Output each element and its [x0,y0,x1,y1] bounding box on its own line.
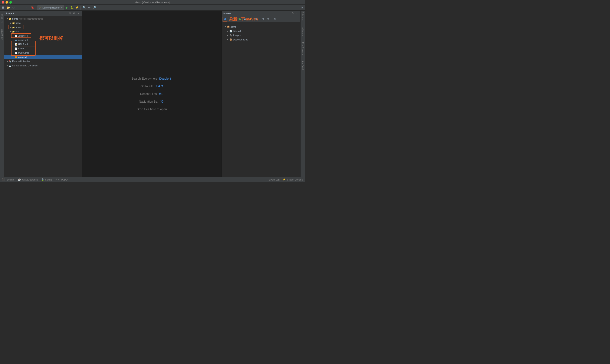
shortcut-keys: ⌘↑ [160,100,165,103]
run-config-label: DemoApplication [42,6,60,9]
spring-label: Spring [45,178,52,181]
close-button[interactable] [2,1,4,4]
dependencies-icon: 📦 [229,38,232,41]
settings-button[interactable]: ⚙ [299,5,304,10]
main-toolbar: ☰ 📂 ↺ ← → 🔖 🏃 DemoApplication ▼ ▶ 🐛 ⚡ 🔍 … [0,5,305,11]
replace-button[interactable]: ⟳ [87,5,92,10]
shortcut-nav-bar: Navigation Bar ⌘↑ [139,100,165,103]
maven-item-plugins[interactable]: ▶ 🔌 Plugins [224,33,299,38]
tree-item-gitignore[interactable]: ▶ 📄 .gitignore [4,34,82,38]
maven-item-lifecycle[interactable]: ▶ 🔄 Lifecycle [224,29,299,33]
java-enterprise-button[interactable]: ☕ Java Enterprise [18,178,38,181]
main-layout: 1: Project 2: Favorites Project ⊟ ⚙ × ▼ … [0,11,305,177]
favorites-strip-label[interactable]: 2: Favorites [1,29,3,40]
tree-item-label: .mvn [15,26,21,28]
rest-strip-label[interactable]: RestServices [302,42,304,55]
maximize-button[interactable] [9,1,12,4]
arrow-icon: ▶ [9,26,12,28]
panel-close-button[interactable]: × [77,12,80,15]
todo-label: 6: TODO [58,178,68,181]
maven-item-demo[interactable]: ▼ 📦 demo [224,25,299,29]
separator-4 [80,6,81,10]
run-config-selector[interactable]: 🏃 DemoApplication ▼ [37,5,64,10]
maven-close-button[interactable]: × [295,12,299,15]
back-button[interactable]: ← [18,5,23,10]
tree-item-scratches[interactable]: ▶ 💻 Scratches and Consoles [4,64,82,68]
database-strip-label[interactable]: Database [302,12,304,21]
jrebel-icon: ⚡ [283,178,286,181]
maven-header-actions: ⚙ × [291,12,299,15]
todo-icon: ☑ [55,178,57,181]
arrow-icon: ▶ [6,64,9,67]
shortcut-keys: ⌘E [159,92,163,96]
arrow-icon: ▶ [9,22,12,24]
minimize-button[interactable] [6,1,8,4]
title-bar: demo [~/workspace/demo/demo] [0,0,305,5]
tree-item-help-md[interactable]: ▶ 📝 HELP.md [4,42,82,46]
event-log-label: Event Log [269,178,280,181]
folder-icon: 💻 [9,64,12,67]
maven-item-label: Plugins [233,34,241,37]
maven-settings2-button[interactable]: ⚙ [272,17,277,22]
maven-settings-button[interactable]: ⚙ [291,12,294,15]
file-icon: 📄 [14,34,17,37]
shortcut-action-label: Go to File [141,85,154,88]
shortcut-keys: ⇧⌘O [155,85,163,88]
todo-button[interactable]: ☑ 6: TODO [55,178,68,181]
maven-panel-header: Maven ⚙ × [222,11,300,16]
maven-collapse-button[interactable]: ⊟ [260,17,265,22]
shortcut-action-label: Drop files here to open [137,107,167,111]
ant-strip-label[interactable]: Ant Build [302,61,304,70]
shortcut-keys: Double ⇧ [159,77,172,80]
terminal-button[interactable]: ⬛ Terminal [2,178,14,181]
tree-item-idea[interactable]: ▶ 📁 .idea [4,21,82,25]
maven-item-label: Dependencies [233,38,248,41]
run-button[interactable]: ▶ [65,5,69,10]
tree-item-label: mvnw.cmd [18,52,29,54]
plugins-icon: 🔌 [229,34,232,37]
maven-strip-label[interactable]: m Maven [302,27,304,36]
maven-tree: ▼ 📦 demo ▶ 🔄 Lifecycle ▶ 🔌 Plugins ▶ 📦 D… [222,24,300,177]
debug-button[interactable]: 🐛 [70,5,74,10]
maven-expand-button[interactable]: ⊞ [265,17,270,22]
tree-item-src[interactable]: ▶ 📁 src [4,29,82,34]
tree-item-demo-iml[interactable]: ▶ ◼ demo.iml [4,38,82,42]
coverage-button[interactable]: ⚡ [75,5,80,10]
collapse-all-button[interactable]: ⊟ [68,12,72,15]
editor-area: Search Everywhere Double ⇧ Go to File ⇧⌘… [82,11,222,177]
file-icon: 🔶 [14,56,17,59]
spring-button[interactable]: 🍃 Spring [41,178,52,181]
file-icon: 📝 [14,43,17,46]
bookmark-button[interactable]: 🔖 [30,5,35,10]
maven-refresh-annotation: 刷新一下 maven [229,17,258,22]
jrebel-label: JRebel Console [287,178,303,181]
shortcut-action-label: Recent Files [140,92,157,96]
main-menu-button[interactable]: ☰ [1,5,6,10]
event-log-button[interactable]: Event Log [269,178,280,181]
arrow-icon: ▼ [6,17,9,20]
tree-item-mvnw-cmd[interactable]: ▶ 📄 mvnw.cmd [4,51,82,55]
window-controls[interactable] [2,1,12,4]
terminal-icon: ⬛ [2,178,5,181]
project-tree: ▼ 📁 demo ~/workspace/demo/demo ▶ 📁 .idea… [4,16,82,177]
tree-item-external-libs[interactable]: ▶ 📚 External Libraries [4,59,82,64]
maven-refresh-button[interactable]: ↺ [223,17,227,22]
tree-item-mvnw[interactable]: ▶ 📄 mvnw [4,46,82,51]
arrow-icon: ▶ [6,60,9,63]
forward-button[interactable]: → [23,5,28,10]
tree-item-pom-xml[interactable]: ▶ 🔶 pom.xml [4,55,82,59]
find-button[interactable]: 🔍 [82,5,86,10]
open-button[interactable]: 📂 [6,5,11,10]
jrebel-console-button[interactable]: ⚡ JRebel Console [283,178,303,181]
project-strip-label[interactable]: 1: Project [1,14,3,23]
tree-item-demo-root[interactable]: ▼ 📁 demo ~/workspace/demo/demo [4,17,82,21]
arrow-icon: ▼ [224,26,227,28]
tree-item-mvn[interactable]: ▶ 📁 .mvn [4,25,82,29]
spring-icon: 🍃 [41,178,44,181]
project-panel: Project ⊟ ⚙ × ▼ 📁 demo ~/workspace/demo/… [4,11,82,177]
folder-icon: 📁 [9,17,12,20]
search-everywhere-button[interactable]: 🔎 [92,5,97,10]
sync-button[interactable]: ↺ [11,5,16,10]
panel-settings-button[interactable]: ⚙ [72,12,76,15]
maven-item-dependencies[interactable]: ▶ 📦 Dependencies [224,38,299,42]
